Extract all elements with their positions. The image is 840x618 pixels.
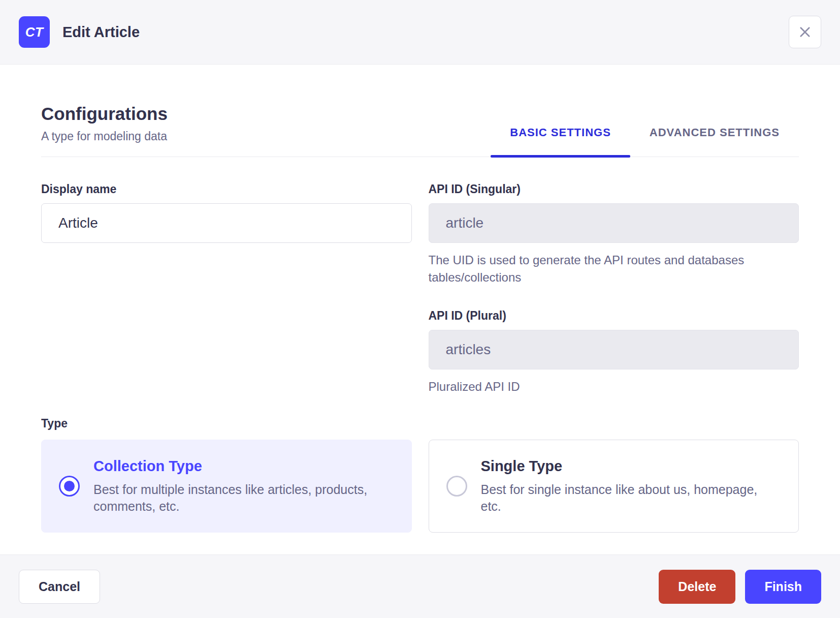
api-id-singular-input: [429, 203, 799, 243]
api-id-singular-field-group: API ID (Singular) The UID is used to gen…: [429, 182, 799, 286]
single-type-option[interactable]: Single Type Best for single instance lik…: [429, 440, 799, 533]
api-id-plural-label: API ID (Plural): [429, 309, 799, 323]
close-icon: [798, 25, 812, 39]
type-label: Type: [41, 417, 799, 430]
modal-body: Configurations A type for modeling data …: [0, 65, 840, 554]
tab-advanced-settings[interactable]: ADVANCED SETTINGS: [630, 126, 799, 157]
settings-tabs: BASIC SETTINGS ADVANCED SETTINGS: [491, 126, 799, 157]
api-id-singular-hint: The UID is used to generate the API rout…: [429, 252, 799, 286]
footer-actions: Delete Finish: [659, 570, 821, 604]
api-id-singular-label: API ID (Singular): [429, 182, 799, 196]
display-name-input[interactable]: [41, 203, 412, 243]
modal-header: CT Edit Article: [0, 0, 840, 65]
tab-basic-settings[interactable]: BASIC SETTINGS: [491, 126, 630, 157]
configurations-header: Configurations A type for modeling data …: [41, 103, 799, 157]
configuration-form: Display name API ID (Singular) The UID i…: [41, 182, 799, 395]
collection-type-title: Collection Type: [93, 458, 383, 475]
configurations-titles: Configurations A type for modeling data: [41, 103, 168, 157]
form-grid-spacer: [41, 309, 412, 395]
delete-button[interactable]: Delete: [659, 570, 735, 604]
radio-selected-dot-icon: [64, 481, 75, 491]
content-type-badge-icon: CT: [19, 16, 50, 48]
cancel-button[interactable]: Cancel: [19, 570, 100, 604]
display-name-label: Display name: [41, 182, 412, 196]
finish-button[interactable]: Finish: [745, 570, 821, 604]
collection-type-description: Best for multiple instances like article…: [93, 481, 383, 514]
close-button[interactable]: [789, 16, 821, 48]
api-id-plural-field-group: API ID (Plural) Pluralized API ID: [429, 309, 799, 395]
single-type-title: Single Type: [481, 458, 770, 475]
type-options: Collection Type Best for multiple instan…: [41, 440, 799, 533]
page-title: Configurations: [41, 103, 168, 125]
api-id-plural-hint: Pluralized API ID: [429, 378, 799, 395]
edit-content-type-modal: CT Edit Article Configurations A type fo…: [0, 0, 840, 618]
single-type-text: Single Type Best for single instance lik…: [481, 458, 770, 514]
collection-type-option[interactable]: Collection Type Best for multiple instan…: [41, 440, 412, 533]
collection-type-radio[interactable]: [59, 476, 80, 497]
page-subtitle: A type for modeling data: [41, 130, 168, 143]
display-name-field-group: Display name: [41, 182, 412, 286]
single-type-description: Best for single instance like about us, …: [481, 481, 770, 514]
collection-type-text: Collection Type Best for multiple instan…: [93, 458, 383, 514]
api-id-plural-input: [429, 330, 799, 369]
single-type-radio[interactable]: [446, 476, 467, 497]
modal-title: Edit Article: [62, 24, 140, 41]
modal-footer: Cancel Delete Finish: [0, 554, 840, 618]
